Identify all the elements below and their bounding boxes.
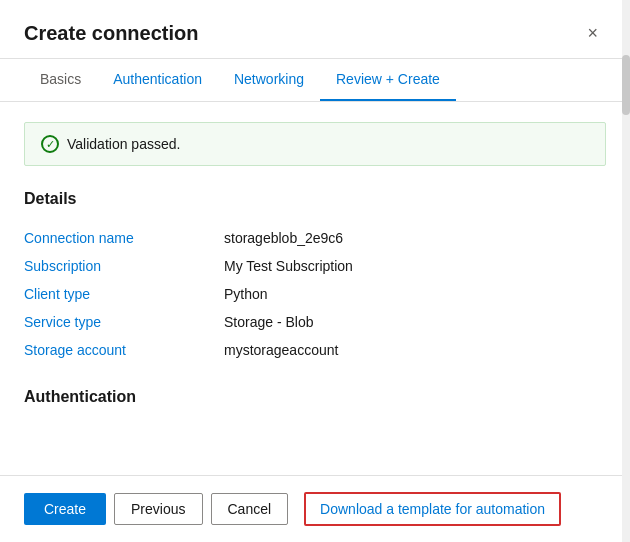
value-subscription: My Test Subscription [224, 252, 606, 280]
scrollbar-track[interactable] [622, 0, 630, 542]
tab-authentication[interactable]: Authentication [97, 59, 218, 101]
label-service-type: Service type [24, 308, 224, 336]
tab-review-create[interactable]: Review + Create [320, 59, 456, 101]
details-section: Details Connection name storageblob_2e9c… [24, 190, 606, 364]
dialog-footer: Create Previous Cancel Download a templa… [0, 475, 630, 542]
dialog-body: ✓ Validation passed. Details Connection … [0, 102, 630, 475]
authentication-section: Authentication [24, 388, 606, 406]
table-row: Connection name storageblob_2e9c6 [24, 224, 606, 252]
validation-banner: ✓ Validation passed. [24, 122, 606, 166]
cancel-button[interactable]: Cancel [211, 493, 289, 525]
details-section-title: Details [24, 190, 606, 208]
value-connection-name: storageblob_2e9c6 [224, 224, 606, 252]
validation-check-icon: ✓ [41, 135, 59, 153]
scrollbar-thumb[interactable] [622, 55, 630, 115]
create-button[interactable]: Create [24, 493, 106, 525]
tab-bar: Basics Authentication Networking Review … [0, 59, 630, 102]
tab-basics[interactable]: Basics [24, 59, 97, 101]
create-connection-dialog: Create connection × Basics Authenticatio… [0, 0, 630, 542]
label-client-type: Client type [24, 280, 224, 308]
authentication-section-title: Authentication [24, 388, 606, 406]
table-row: Subscription My Test Subscription [24, 252, 606, 280]
value-storage-account: mystorageaccount [224, 336, 606, 364]
dialog-header: Create connection × [0, 0, 630, 59]
table-row: Service type Storage - Blob [24, 308, 606, 336]
label-connection-name: Connection name [24, 224, 224, 252]
close-button[interactable]: × [579, 20, 606, 46]
table-row: Client type Python [24, 280, 606, 308]
details-table: Connection name storageblob_2e9c6 Subscr… [24, 224, 606, 364]
value-client-type: Python [224, 280, 606, 308]
dialog-title: Create connection [24, 22, 198, 45]
tab-networking[interactable]: Networking [218, 59, 320, 101]
table-row: Storage account mystorageaccount [24, 336, 606, 364]
previous-button[interactable]: Previous [114, 493, 202, 525]
label-storage-account: Storage account [24, 336, 224, 364]
value-service-type: Storage - Blob [224, 308, 606, 336]
label-subscription: Subscription [24, 252, 224, 280]
download-template-button[interactable]: Download a template for automation [304, 492, 561, 526]
validation-text: Validation passed. [67, 136, 180, 152]
